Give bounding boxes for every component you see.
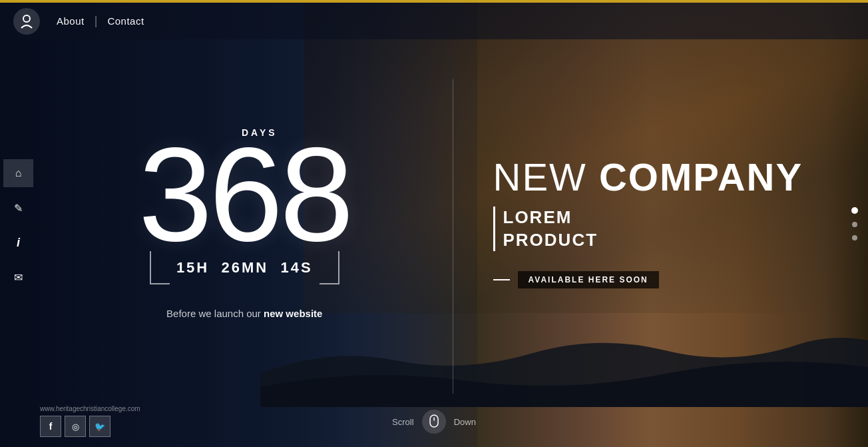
instagram-button[interactable]: ◎ bbox=[65, 416, 86, 437]
sidebar-item-home[interactable]: ⌂ bbox=[3, 159, 33, 187]
nav-contact[interactable]: Contact bbox=[101, 15, 150, 27]
bracket-row: 15H 26MN 14S bbox=[150, 251, 339, 284]
nav-divider: | bbox=[95, 14, 98, 28]
minutes-label: MN bbox=[242, 259, 268, 276]
mail-icon: ✉ bbox=[14, 271, 23, 284]
mouse-icon bbox=[422, 410, 446, 434]
header: About | Contact bbox=[0, 3, 868, 39]
countdown-number: 368 bbox=[138, 138, 351, 251]
bottom-left: www.heritagechristiancollege.com f ◎ 🐦 bbox=[40, 405, 140, 437]
time-display: 15H 26MN 14S bbox=[170, 259, 320, 276]
home-icon: ⌂ bbox=[15, 167, 22, 179]
mouse-svg bbox=[428, 414, 440, 429]
seconds-value: 14 bbox=[280, 259, 300, 276]
edit-icon: ✎ bbox=[14, 202, 23, 215]
available-box: AVAILABLE HERE SOON bbox=[493, 271, 659, 288]
bracket-left bbox=[150, 251, 170, 284]
sidebar: ⌂ ✎ i ✉ bbox=[0, 39, 37, 447]
subtitle-highlight: new website bbox=[264, 308, 322, 319]
product-block: LOREM PRODUCT bbox=[493, 207, 598, 252]
scroll-indicator: Scroll Down bbox=[392, 410, 476, 434]
hours-value: 15 bbox=[176, 259, 196, 276]
company-title-light: NEW bbox=[493, 155, 599, 199]
dot-navigation bbox=[851, 207, 858, 240]
dot-1[interactable] bbox=[851, 207, 858, 214]
dot-2[interactable] bbox=[852, 222, 857, 227]
website-url: www.heritagechristiancollege.com bbox=[40, 405, 140, 412]
subtitle-before: Before we launch our bbox=[166, 308, 264, 319]
main-content: DAYS 368 15H 26MN 14S Before we launch o… bbox=[37, 39, 868, 447]
logo[interactable] bbox=[13, 8, 40, 35]
sidebar-item-mail[interactable]: ✉ bbox=[3, 263, 33, 291]
facebook-icon: f bbox=[49, 421, 53, 432]
product-line2: PRODUCT bbox=[503, 229, 598, 252]
facebook-button[interactable]: f bbox=[40, 416, 61, 437]
seconds-label: S bbox=[301, 259, 313, 276]
company-title-bold: COMPANY bbox=[599, 155, 803, 199]
sidebar-item-edit[interactable]: ✎ bbox=[3, 194, 33, 222]
svg-point-0 bbox=[23, 15, 30, 22]
product-line1: LOREM bbox=[503, 207, 598, 229]
company-title: NEW COMPANY bbox=[493, 158, 803, 197]
countdown-section: DAYS 368 15H 26MN 14S Before we launch o… bbox=[37, 39, 453, 447]
scroll-left-text: Scroll bbox=[392, 417, 414, 427]
sidebar-item-info[interactable]: i bbox=[3, 228, 33, 256]
scroll-right-text: Down bbox=[454, 417, 476, 427]
twitter-button[interactable]: 🐦 bbox=[89, 416, 110, 437]
dot-3[interactable] bbox=[852, 235, 857, 240]
logo-icon bbox=[19, 13, 35, 29]
countdown-wrapper: DAYS 368 15H 26MN 14S bbox=[138, 127, 351, 284]
bracket-right bbox=[320, 251, 339, 284]
subtitle: Before we launch our new website bbox=[166, 308, 322, 319]
available-line bbox=[493, 279, 510, 280]
minutes-value: 26 bbox=[221, 259, 241, 276]
company-section: NEW COMPANY LOREM PRODUCT AVAILABLE HERE… bbox=[453, 39, 869, 447]
available-badge: AVAILABLE HERE SOON bbox=[518, 271, 659, 288]
twitter-icon: 🐦 bbox=[95, 422, 105, 432]
hours-label: H bbox=[196, 259, 209, 276]
nav: About | Contact bbox=[50, 14, 151, 28]
info-icon: i bbox=[17, 236, 20, 250]
svg-rect-1 bbox=[430, 415, 438, 427]
nav-about[interactable]: About bbox=[50, 15, 91, 27]
social-icons: f ◎ 🐦 bbox=[40, 416, 140, 437]
instagram-icon: ◎ bbox=[72, 422, 79, 432]
bottom-bar: www.heritagechristiancollege.com f ◎ 🐦 S… bbox=[0, 394, 868, 447]
